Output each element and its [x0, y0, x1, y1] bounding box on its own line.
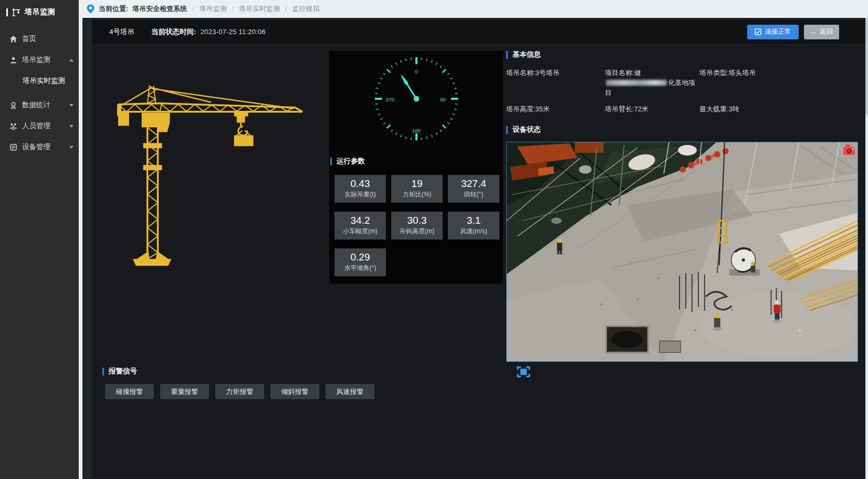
- logo-bar: [6, 8, 8, 16]
- status-time-value: 2023-07-25 11:20:06: [201, 28, 266, 36]
- camera-video-feed[interactable]: [506, 142, 858, 362]
- basic-info-section-title: 基本信息: [506, 50, 861, 59]
- sidebar-item-label: 人员管理: [22, 121, 69, 131]
- device-status-section-title: 设备状态: [506, 125, 861, 134]
- param-tiles: 0.43 实际吊重(t) 19 力矩比(%) 327.4 回转(°) 34.2 …: [334, 175, 499, 276]
- alarm-buttons: 碰撞报警 重量报警 力矩报警 倾斜报警 风速报警: [105, 384, 374, 399]
- basic-info-grid: 塔吊名称:3号塔吊 项目名称:健化基地项目 塔吊类型:塔头塔吊 塔吊高度:35米…: [506, 68, 861, 114]
- section-accent-bar: [506, 51, 508, 59]
- crane-logo-icon: [12, 8, 21, 16]
- sidebar-item-personnel[interactable]: 人员管理: [0, 116, 79, 137]
- alarm-collision-button[interactable]: 碰撞报警: [105, 384, 154, 399]
- gauge-label-0: 0: [415, 69, 418, 75]
- sidebar-item-realtime-monitor[interactable]: 塔吊实时监测: [0, 70, 79, 91]
- caret-down-icon: [69, 104, 74, 107]
- device-icon: [9, 143, 17, 151]
- sidebar-item-statistics[interactable]: 数据统计: [0, 95, 79, 116]
- alarm-moment-button[interactable]: 力矩报警: [215, 384, 264, 399]
- content-panel: 4号塔吊 当前状态时间: 2023-07-25 11:20:06 连接正常 ← …: [92, 19, 865, 479]
- caret-up-icon: [69, 59, 74, 61]
- gauge-panel: 0 90 180 270 运行参数: [329, 51, 503, 284]
- sidebar-item-crane-monitor[interactable]: 塔吊监测: [0, 49, 79, 70]
- sidebar-item-label: 设备管理: [22, 142, 69, 152]
- sidebar-item-label: 首页: [22, 34, 74, 44]
- section-accent-bar: [102, 368, 104, 376]
- fullscreen-icon[interactable]: [517, 366, 530, 378]
- crane-illustration: [117, 84, 303, 269]
- info-crane-type: 塔吊类型:塔头塔吊: [699, 68, 861, 98]
- crane-name: 4号塔吊: [109, 27, 134, 37]
- param-tile-tilt: 0.29 水平倾角(°): [334, 248, 386, 276]
- section-accent-bar: [330, 158, 332, 165]
- rotation-gauge-dial: 0 90 180 270: [369, 51, 464, 146]
- alarm-tilt-button[interactable]: 倾斜报警: [270, 384, 319, 399]
- param-tile-trolley: 34.2 小车幅度(m): [334, 212, 386, 240]
- right-column: 基本信息 塔吊名称:3号塔吊 项目名称:健化基地项目 塔吊类型:塔头塔吊 塔吊高…: [506, 50, 861, 380]
- app-logo: 塔吊监测: [0, 0, 79, 23]
- breadcrumb: 当前位置: 塔吊安全检查系统 / 塔吊监测 / 塔吊实时监测 / 监控模拟: [79, 0, 868, 18]
- status-time-label: 当前状态时间:: [151, 27, 196, 37]
- info-project-name: 项目名称:健化基地项目: [605, 68, 699, 98]
- params-section-title: 运行参数: [330, 157, 365, 166]
- camera-icon[interactable]: [843, 144, 855, 158]
- info-crane-name: 塔吊名称:3号塔吊: [506, 68, 605, 98]
- sidebar-item-equipment[interactable]: 设备管理: [0, 137, 79, 158]
- sidebar: 塔吊监测 首页 塔吊监测 塔吊实时监测 数据统计: [0, 0, 79, 479]
- breadcrumb-separator: /: [192, 5, 194, 13]
- back-button-label: 返回: [820, 27, 833, 36]
- redacted-text: [606, 80, 667, 86]
- panel-header: 4号塔吊 当前状态时间: 2023-07-25 11:20:06 连接正常 ← …: [92, 19, 865, 45]
- back-arrow-icon: ←: [810, 28, 817, 36]
- alarm-weight-button[interactable]: 重量报警: [160, 384, 209, 399]
- param-tile-load: 0.43 实际吊重(t): [334, 175, 386, 203]
- back-button[interactable]: ← 返回: [804, 25, 840, 39]
- info-crane-height: 塔吊高度:35米: [506, 105, 605, 114]
- sidebar-menu: 首页 塔吊监测 塔吊实时监测 数据统计: [0, 28, 79, 158]
- gauge-label-90: 90: [440, 97, 446, 102]
- sidebar-item-label: 数据统计: [22, 100, 69, 110]
- caret-down-icon: [69, 125, 74, 128]
- breadcrumb-separator: /: [285, 5, 287, 13]
- breadcrumb-separator: /: [232, 5, 234, 13]
- app-title: 塔吊监测: [25, 7, 55, 17]
- page-scrollbar[interactable]: [865, 0, 868, 479]
- param-tile-wind: 3.1 风速(m/s): [448, 212, 499, 240]
- gauge-needle: [398, 72, 420, 102]
- connect-button-label: 连接正常: [765, 27, 791, 36]
- sidebar-item-home[interactable]: 首页: [0, 28, 79, 49]
- people-icon: [9, 122, 17, 130]
- panel-body: 0 90 180 270 运行参数: [92, 45, 865, 479]
- alarm-section-title: 报警信号: [102, 367, 137, 376]
- home-icon: [9, 35, 17, 43]
- breadcrumb-item[interactable]: 监控模拟: [292, 4, 319, 14]
- stats-icon: [9, 101, 17, 109]
- breadcrumb-item[interactable]: 塔吊实时监测: [239, 4, 280, 14]
- param-tile-moment: 19 力矩比(%): [391, 175, 443, 203]
- caret-down-icon: [69, 146, 74, 149]
- main-area: 4号塔吊 当前状态时间: 2023-07-25 11:20:06 连接正常 ← …: [82, 18, 865, 479]
- info-arm-length: 塔吊臂长:72米: [605, 105, 699, 114]
- gauge-label-180: 180: [412, 128, 421, 133]
- checkbox-icon: [755, 28, 761, 35]
- gauge-label-270: 270: [385, 97, 394, 102]
- sidebar-subitem-label: 塔吊实时监测: [23, 76, 65, 86]
- connect-status-button[interactable]: 连接正常: [747, 25, 799, 39]
- user-icon: [9, 56, 17, 64]
- construction-site-image: [507, 142, 857, 361]
- section-accent-bar: [506, 126, 508, 134]
- param-tile-hook-height: 30.3 吊钩高度(m): [391, 212, 443, 240]
- alarm-wind-button[interactable]: 风速报警: [326, 384, 374, 399]
- breadcrumb-prefix: 当前位置:: [99, 4, 128, 14]
- info-max-load: 最大载重:3吨: [699, 105, 861, 114]
- param-tile-rotation: 327.4 回转(°): [448, 175, 499, 203]
- sidebar-item-label: 塔吊监测: [22, 55, 69, 65]
- breadcrumb-item[interactable]: 塔吊监测: [200, 4, 227, 14]
- breadcrumb-root[interactable]: 塔吊安全检查系统: [132, 4, 187, 14]
- location-pin-icon: [87, 4, 95, 14]
